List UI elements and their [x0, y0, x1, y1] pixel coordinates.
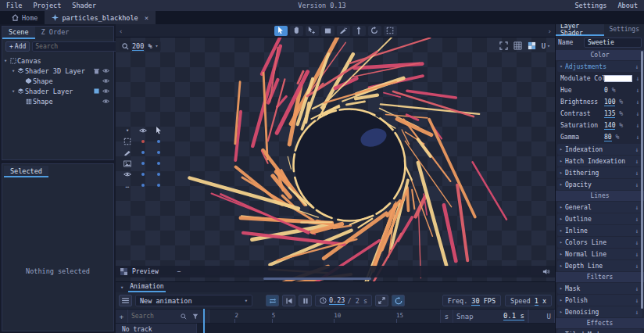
- add-button[interactable]: +Add: [5, 41, 30, 52]
- ellipsis-icon[interactable]: …: [126, 182, 130, 189]
- tree-item-canvas[interactable]: ▾ Canvas: [2, 56, 113, 66]
- brightness-value[interactable]: 100: [604, 98, 615, 106]
- group-adjustments[interactable]: ▾Adjustments↓: [557, 61, 642, 72]
- keyframe-icon[interactable]: ↓: [635, 87, 641, 94]
- tab-layer-shader[interactable]: Layer Shader: [556, 24, 604, 36]
- blue-dot-toggle[interactable]: [141, 184, 145, 187]
- tree-item-shader-layer[interactable]: ▾ Shader Layer: [2, 86, 113, 96]
- translate-tool-button[interactable]: [352, 26, 366, 36]
- keyframe-icon[interactable]: ↓: [634, 263, 640, 270]
- group-hatch-indexation[interactable]: ▸Hatch Indexation↓: [557, 156, 642, 166]
- blue-dot-toggle[interactable]: [157, 184, 160, 187]
- visibility-eye-icon[interactable]: [101, 98, 110, 104]
- group-depth-line[interactable]: ▸Depth Line↓: [557, 260, 642, 271]
- keyframe-icon[interactable]: ↓: [635, 134, 641, 141]
- track-area[interactable]: [197, 324, 555, 333]
- current-time-value[interactable]: 0.23: [329, 296, 345, 305]
- name-input[interactable]: Sweetie: [584, 38, 642, 48]
- group-mask[interactable]: ▸Mask↓: [557, 283, 642, 294]
- tab-animation[interactable]: Animation: [128, 283, 165, 292]
- keyframe-icon[interactable]: ↓: [634, 63, 640, 70]
- blue-dot-toggle[interactable]: [141, 173, 145, 176]
- collapse-icon[interactable]: ▾: [126, 127, 129, 134]
- group-normal-line[interactable]: ▸Normal Line↓: [557, 249, 642, 260]
- snap-field[interactable]: Snap 0.1 s: [453, 310, 528, 323]
- toolbar-scroll-right-icon[interactable]: ›: [548, 24, 552, 38]
- select-tool-button[interactable]: [274, 26, 288, 36]
- visibility-eye-icon[interactable]: [101, 88, 110, 94]
- keyframe-icon[interactable]: ↓: [634, 216, 640, 223]
- keyframe-icon[interactable]: ↓: [635, 75, 641, 82]
- saturation-value[interactable]: 140: [604, 122, 615, 130]
- spray-tool-button[interactable]: [337, 26, 350, 36]
- blue-dot-toggle[interactable]: [157, 173, 160, 176]
- u-mode-dropdown[interactable]: U▾: [542, 42, 550, 50]
- group-outline[interactable]: ▸Outline↓: [557, 213, 642, 224]
- cursor-icon[interactable]: [156, 127, 162, 134]
- keyframe-icon[interactable]: ↓: [634, 297, 640, 304]
- keyframe-icon[interactable]: ↓: [635, 122, 641, 129]
- keyframe-icon[interactable]: ↓: [634, 204, 640, 211]
- tree-item-shape-3d[interactable]: Shape: [2, 76, 113, 86]
- keyframe-icon[interactable]: ↓: [634, 170, 640, 177]
- keyframe-icon[interactable]: ↓: [634, 309, 640, 316]
- brush-icon[interactable]: [123, 149, 131, 156]
- tree-item-shader-3d-layer[interactable]: ▾ Shader 3D Layer: [2, 66, 113, 76]
- keyframe-icon[interactable]: ↓: [634, 227, 640, 235]
- group-indexation[interactable]: ▸Indexation↓: [557, 144, 642, 155]
- rectangle-tool-button[interactable]: [321, 26, 335, 36]
- menu-shader[interactable]: Shader: [72, 2, 96, 9]
- frequency-field[interactable]: Freq. 30 FPS: [442, 295, 501, 306]
- speaker-icon[interactable]: [542, 268, 550, 275]
- rotate-tool-button[interactable]: [368, 26, 381, 36]
- snap-value[interactable]: 0.1 s: [503, 312, 524, 320]
- checker-background-icon[interactable]: [528, 41, 536, 50]
- gamma-value[interactable]: 80: [604, 134, 612, 141]
- filter-icon[interactable]: [192, 313, 199, 320]
- tab-settings[interactable]: Settings: [604, 24, 644, 36]
- group-general[interactable]: ▸General↓: [557, 202, 642, 213]
- viewport-canvas[interactable]: 200 % ▾ U▾ ▾ …: [116, 38, 555, 281]
- group-inline[interactable]: ▸Inline↓: [557, 225, 642, 236]
- zoom-value[interactable]: 200: [132, 42, 144, 51]
- skip-start-button[interactable]: [282, 295, 295, 306]
- blue-dot-toggle[interactable]: [157, 151, 160, 154]
- chevron-down-icon[interactable]: ▾: [2, 58, 9, 64]
- menu-about[interactable]: About: [617, 2, 638, 9]
- close-tab-icon[interactable]: ×: [145, 14, 148, 22]
- chevron-down-icon[interactable]: ▾: [10, 68, 16, 74]
- zoom-control[interactable]: 200 % ▾: [120, 41, 161, 51]
- menu-file[interactable]: File: [6, 2, 22, 9]
- contrast-value[interactable]: 135: [604, 110, 615, 118]
- trash-icon[interactable]: [91, 68, 101, 74]
- image-icon[interactable]: [123, 160, 131, 167]
- add-track-button[interactable]: +: [116, 310, 128, 323]
- chevron-down-icon[interactable]: ▾: [10, 88, 16, 95]
- time-display[interactable]: 0.23 / 2 s: [315, 295, 372, 306]
- tab-document[interactable]: particles_blackhole ×: [45, 11, 156, 24]
- tab-home[interactable]: Home: [5, 11, 45, 24]
- speed-field[interactable]: Speed 1 x: [505, 295, 552, 306]
- keyframe-icon[interactable]: ↓: [635, 110, 641, 117]
- color-swatch[interactable]: [604, 75, 632, 82]
- expand-button[interactable]: [375, 295, 388, 306]
- blue-dot-toggle[interactable]: [141, 151, 145, 154]
- tab-scene[interactable]: Scene: [2, 27, 35, 39]
- group-polish[interactable]: ▸Polish↓: [557, 295, 642, 306]
- group-tiled-mode[interactable]: ▸Tiled Mode↓: [557, 329, 642, 333]
- hand-tool-button[interactable]: [290, 26, 303, 36]
- eye-icon[interactable]: [139, 127, 147, 134]
- u-toggle[interactable]: U: [528, 310, 555, 323]
- red-dot-toggle[interactable]: [141, 140, 145, 143]
- direct-select-tool-button[interactable]: [306, 26, 319, 36]
- keyframe-icon[interactable]: ↓: [634, 251, 640, 258]
- playhead[interactable]: [203, 309, 205, 333]
- blue-dot-toggle[interactable]: [157, 140, 160, 143]
- collapse-preview-button[interactable]: −: [177, 268, 181, 275]
- frequency-value[interactable]: 30: [471, 297, 479, 306]
- blue-dot-toggle[interactable]: [141, 162, 145, 165]
- fit-view-icon[interactable]: [499, 41, 508, 50]
- group-dithering[interactable]: ▸Dithering↓: [557, 167, 642, 178]
- sync-button[interactable]: [392, 295, 405, 306]
- fill-layer-icon[interactable]: [91, 88, 101, 94]
